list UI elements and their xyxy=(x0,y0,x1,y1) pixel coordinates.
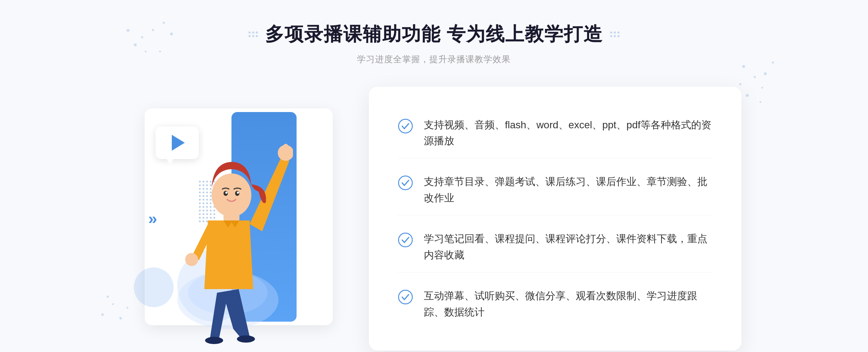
feature-text-3: 学习笔记回看、课程提问、课程评论打分、课件资料下载，重点内容收藏 xyxy=(424,231,712,263)
check-icon-1 xyxy=(398,119,413,134)
feature-item-1: 支持视频、音频、flash、word、excel、ppt、pdf等各种格式的资源… xyxy=(398,108,712,159)
check-icon-3 xyxy=(398,232,413,248)
deco-circle-medium xyxy=(134,267,174,307)
check-icon-4 xyxy=(398,289,413,305)
features-panel: 支持视频、音频、flash、word、excel、ppt、pdf等各种格式的资源… xyxy=(369,87,741,351)
svg-point-11 xyxy=(225,192,227,194)
decorative-dots-right xyxy=(610,31,620,37)
feature-item-3: 学习笔记回看、课程提问、课程评论打分、课件资料下载，重点内容收藏 xyxy=(398,222,712,272)
svg-point-16 xyxy=(399,290,412,304)
svg-point-2 xyxy=(205,337,223,344)
svg-point-3 xyxy=(237,335,255,343)
svg-point-15 xyxy=(399,233,412,247)
illustration-area xyxy=(127,87,373,351)
title-row: 多项录播课辅助功能 专为线上教学打造 xyxy=(248,22,620,47)
feature-text-4: 互动弹幕、试听购买、微信分享、观看次数限制、学习进度跟踪、数据统计 xyxy=(424,288,712,321)
feature-text-1: 支持视频、音频、flash、word、excel、ppt、pdf等各种格式的资源… xyxy=(424,117,712,150)
header-section: 多项录播课辅助功能 专为线上教学打造 学习进度全掌握，提升录播课教学效果 xyxy=(248,22,620,65)
feature-item-2: 支持章节目录、弹题考试、课后练习、课后作业、章节测验、批改作业 xyxy=(398,165,712,215)
svg-point-13 xyxy=(399,119,412,133)
page-container: 多项录播课辅助功能 专为线上教学打造 学习进度全掌握，提升录播课教学效果 » xyxy=(0,0,868,352)
svg-point-8 xyxy=(212,173,251,217)
decorative-dots-left xyxy=(248,31,258,37)
feature-item-4: 互动弹幕、试听购买、微信分享、观看次数限制、学习进度跟踪、数据统计 xyxy=(398,279,712,329)
svg-point-12 xyxy=(237,192,239,194)
svg-point-14 xyxy=(399,176,412,190)
page-left-arrows: » xyxy=(148,211,157,227)
page-title: 多项录播课辅助功能 专为线上教学打造 xyxy=(265,22,603,47)
page-subtitle: 学习进度全掌握，提升录播课教学效果 xyxy=(248,53,620,65)
feature-text-2: 支持章节目录、弹题考试、课后练习、课后作业、章节测验、批改作业 xyxy=(424,174,712,206)
person-illustration xyxy=(170,119,293,351)
svg-rect-5 xyxy=(283,144,288,155)
svg-point-6 xyxy=(185,253,198,266)
content-area: » xyxy=(127,87,741,351)
check-icon-2 xyxy=(398,175,413,190)
